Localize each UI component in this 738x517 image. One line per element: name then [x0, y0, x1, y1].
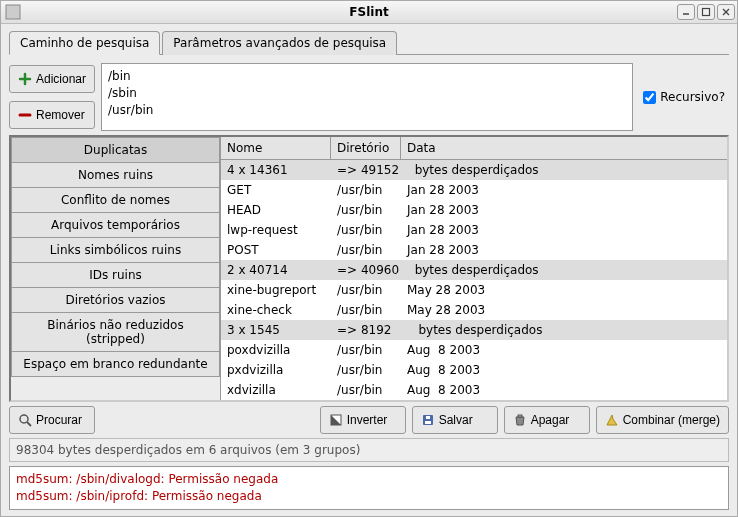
- maximize-button[interactable]: [697, 4, 715, 20]
- save-button-label: Salvar: [439, 413, 473, 427]
- remove-path-button[interactable]: Remover: [9, 101, 95, 129]
- tab-bar: Caminho de pesquisa Parâmetros avançados…: [9, 30, 729, 55]
- cell: /usr/bin: [331, 382, 401, 398]
- svg-rect-10: [426, 416, 430, 419]
- cell: Aug 8 2003: [401, 342, 727, 358]
- cell: May 28 2003: [401, 282, 727, 298]
- path-entry[interactable]: /usr/bin: [108, 102, 626, 119]
- error-output[interactable]: md5sum: /sbin/divalogd: Permissão negada…: [9, 466, 729, 510]
- cell: => 49152: [331, 162, 401, 178]
- cell: HEAD: [221, 202, 331, 218]
- recursive-checkbox[interactable]: [643, 91, 656, 104]
- cell: poxdvizilla: [221, 342, 331, 358]
- type-item[interactable]: Espaço em branco redundante: [11, 351, 220, 377]
- cell: pxdvizilla: [221, 362, 331, 378]
- action-row: Procurar Inverter Salvar Apagar: [9, 406, 729, 434]
- group-row[interactable]: 4 x 14361=> 49152 bytes desperdiçados: [221, 160, 727, 180]
- type-item[interactable]: Links simbólicos ruins: [11, 237, 220, 262]
- table-row[interactable]: GET/usr/binJan 28 2003: [221, 180, 727, 200]
- cell: 3 x 1545: [221, 322, 331, 338]
- invert-button[interactable]: Inverter: [320, 406, 406, 434]
- table-row[interactable]: xine-check/usr/binMay 28 2003: [221, 300, 727, 320]
- table-body[interactable]: 4 x 14361=> 49152 bytes desperdiçadosGET…: [221, 160, 727, 400]
- add-path-button[interactable]: Adicionar: [9, 65, 95, 93]
- cell: => 40960: [331, 262, 401, 278]
- minimize-button[interactable]: [677, 4, 695, 20]
- table-row[interactable]: POST/usr/binJan 28 2003: [221, 240, 727, 260]
- path-buttons: Adicionar Remover: [9, 63, 95, 131]
- path-entry[interactable]: /sbin: [108, 85, 626, 102]
- titlebar: FSlint: [1, 1, 737, 24]
- svg-point-5: [20, 415, 28, 423]
- cell: /usr/bin: [331, 342, 401, 358]
- recursive-checkbox-wrap[interactable]: Recursivo?: [639, 63, 729, 131]
- group-row[interactable]: 3 x 1545=> 8192 bytes desperdiçados: [221, 320, 727, 340]
- cell: Aug 8 2003: [401, 382, 727, 398]
- cell: bytes desperdiçados: [401, 322, 727, 338]
- type-item[interactable]: Diretórios vazios: [11, 287, 220, 312]
- cell: Jan 28 2003: [401, 182, 727, 198]
- svg-rect-11: [518, 415, 522, 417]
- path-row: Adicionar Remover /bin/sbin/usr/bin Recu…: [9, 63, 729, 131]
- tab-search-path[interactable]: Caminho de pesquisa: [9, 31, 160, 55]
- table-row[interactable]: poxdvizilla/usr/binAug 8 2003: [221, 340, 727, 360]
- merge-button-label: Combinar (merge): [623, 413, 720, 427]
- cell: /usr/bin: [331, 302, 401, 318]
- table-row[interactable]: pxdvizilla/usr/binAug 8 2003: [221, 360, 727, 380]
- table-row[interactable]: lwp-request/usr/binJan 28 2003: [221, 220, 727, 240]
- svg-rect-9: [425, 421, 431, 424]
- invert-icon: [329, 413, 343, 427]
- add-button-label: Adicionar: [36, 72, 86, 86]
- cell: => 8192: [331, 322, 401, 338]
- type-item[interactable]: Duplicatas: [11, 137, 220, 162]
- cell: lwp-request: [221, 222, 331, 238]
- cell: GET: [221, 182, 331, 198]
- cell: Jan 28 2003: [401, 242, 727, 258]
- save-icon: [421, 413, 435, 427]
- cell: /usr/bin: [331, 202, 401, 218]
- content-area: Caminho de pesquisa Parâmetros avançados…: [1, 24, 737, 516]
- type-item[interactable]: Conflito de nomes: [11, 187, 220, 212]
- delete-button-label: Apagar: [531, 413, 570, 427]
- cell: /usr/bin: [331, 242, 401, 258]
- type-item[interactable]: Arquivos temporários: [11, 212, 220, 237]
- cell: xine-check: [221, 302, 331, 318]
- main-window: FSlint Caminho de pesquisa Parâmetros av…: [0, 0, 738, 517]
- table-row[interactable]: xdvizilla/usr/binAug 8 2003: [221, 380, 727, 400]
- group-row[interactable]: 2 x 40714=> 40960 bytes desperdiçados: [221, 260, 727, 280]
- cell: /usr/bin: [331, 182, 401, 198]
- type-item[interactable]: Nomes ruins: [11, 162, 220, 187]
- cell: Aug 8 2003: [401, 362, 727, 378]
- cell: 2 x 40714: [221, 262, 331, 278]
- path-list[interactable]: /bin/sbin/usr/bin: [101, 63, 633, 131]
- error-line: md5sum: /sbin/iprofd: Permissão negada: [16, 488, 722, 505]
- cell: /usr/bin: [331, 362, 401, 378]
- search-button[interactable]: Procurar: [9, 406, 95, 434]
- plus-icon: [18, 72, 32, 86]
- minus-icon: [18, 108, 32, 122]
- col-name[interactable]: Nome: [221, 137, 331, 159]
- cell: /usr/bin: [331, 282, 401, 298]
- col-date[interactable]: Data: [401, 137, 727, 159]
- cell: bytes desperdiçados: [401, 262, 727, 278]
- cell: 4 x 14361: [221, 162, 331, 178]
- cell: bytes desperdiçados: [401, 162, 727, 178]
- type-item[interactable]: IDs ruins: [11, 262, 220, 287]
- app-icon: [5, 4, 21, 20]
- table-row[interactable]: HEAD/usr/binJan 28 2003: [221, 200, 727, 220]
- results-table: Nome Diretório Data 4 x 14361=> 49152 by…: [221, 137, 727, 400]
- table-row[interactable]: xine-bugreport/usr/binMay 28 2003: [221, 280, 727, 300]
- window-title: FSlint: [1, 5, 737, 19]
- path-entry[interactable]: /bin: [108, 68, 626, 85]
- merge-button[interactable]: Combinar (merge): [596, 406, 729, 434]
- save-button[interactable]: Salvar: [412, 406, 498, 434]
- type-item[interactable]: Binários não reduzidos (stripped): [11, 312, 220, 351]
- search-icon: [18, 413, 32, 427]
- tab-advanced-params[interactable]: Parâmetros avançados de pesquisa: [162, 31, 397, 55]
- col-directory[interactable]: Diretório: [331, 137, 401, 159]
- cell: May 28 2003: [401, 302, 727, 318]
- close-button[interactable]: [717, 4, 735, 20]
- merge-icon: [605, 413, 619, 427]
- delete-button[interactable]: Apagar: [504, 406, 590, 434]
- svg-line-6: [27, 422, 31, 426]
